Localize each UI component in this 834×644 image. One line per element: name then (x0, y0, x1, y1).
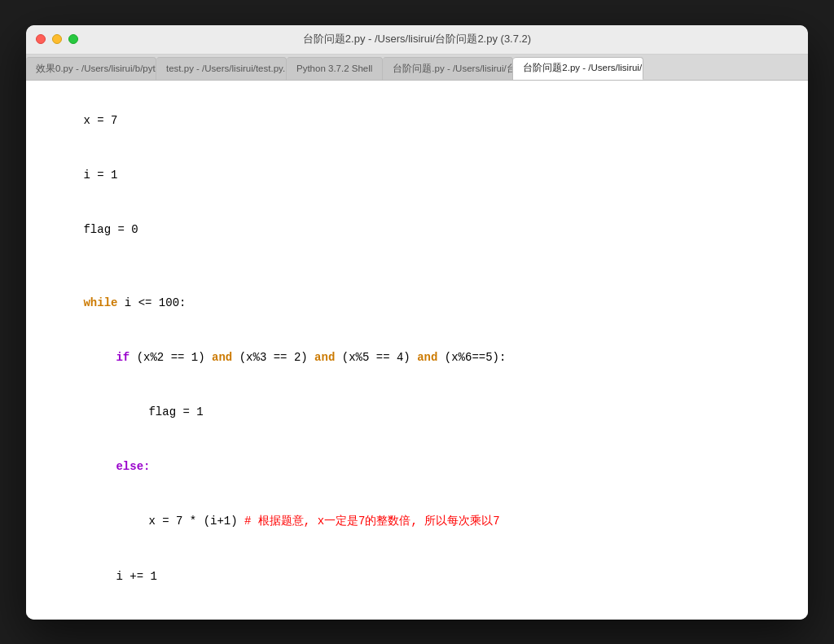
code-line-if1: if (x%2 == 1) and (x%3 == 2) and (x%5 ==… (42, 331, 792, 385)
minimize-button[interactable] (52, 34, 62, 44)
code-line-2: i = 1 (42, 148, 792, 203)
code-editor[interactable]: x = 7 i = 1 flag = 0 while i <= 100: if … (26, 81, 808, 620)
code-line-while: while i <= 100: (42, 275, 792, 330)
tab-taijiewen2[interactable]: 台阶问题2.py - /Users/lisirui/... (513, 57, 643, 80)
code-line-3: flag = 0 (42, 203, 792, 257)
code-line-blank2 (42, 603, 792, 619)
code-line-blank1 (42, 257, 792, 275)
close-button[interactable] (36, 34, 46, 44)
code-line-1: x = 7 (42, 94, 792, 148)
traffic-lights (36, 34, 78, 44)
code-line-i-incr: i += 1 (42, 549, 792, 603)
code-line-else1: else: (42, 440, 792, 494)
tab-testpy[interactable]: test.py - /Users/lisirui/test.py... (156, 57, 287, 80)
window-title: 台阶问题2.py - /Users/lisirui/台阶问题2.py (3.7.… (303, 32, 531, 46)
tab-xiaoguopy[interactable]: 效果0.py - /Users/lisirui/b/pyt... (26, 57, 156, 80)
maximize-button[interactable] (68, 34, 78, 44)
tab-taijiewen1[interactable]: 台阶问题.py - /Users/lisirui/台... (383, 57, 513, 80)
code-line-flag: flag = 1 (42, 385, 792, 440)
tab-shell[interactable]: Python 3.7.2 Shell (287, 57, 383, 80)
title-bar: 台阶问题2.py - /Users/lisirui/台阶问题2.py (3.7.… (26, 25, 808, 55)
tabs-bar: 效果0.py - /Users/lisirui/b/pyt... test.py… (26, 55, 808, 81)
code-line-x-assign: x = 7 * (i+1) # 根据题意, x一定是7的整数倍, 所以每次乘以7 (42, 494, 792, 549)
app-window: 台阶问题2.py - /Users/lisirui/台阶问题2.py (3.7.… (26, 25, 808, 620)
